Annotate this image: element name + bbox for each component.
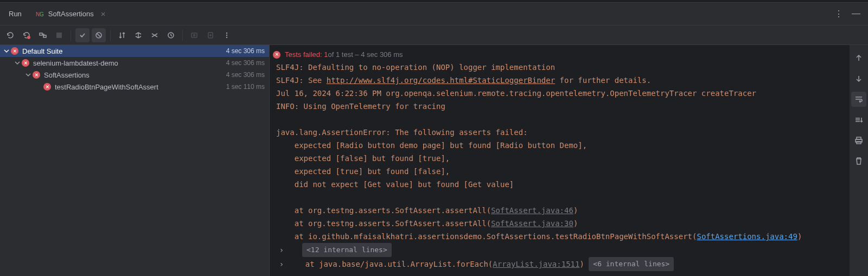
test-status-line: Tests failed: 1 of 1 test – 4 sec 306 ms	[270, 48, 844, 61]
stack-line: at io.github.mfaisalkhatri.assertionsdem…	[270, 230, 844, 243]
test-tree[interactable]: Default Suite 4 sec 306 ms selenium-lamb…	[0, 45, 270, 276]
clear-all-button[interactable]	[851, 153, 866, 169]
separator	[110, 30, 111, 41]
export-tests-button	[203, 28, 218, 42]
console-output[interactable]: Tests failed: 1 of 1 test – 4 sec 306 ms…	[270, 45, 850, 276]
close-icon[interactable]: ×	[101, 9, 106, 18]
console-blank	[270, 113, 844, 126]
tree-time: 4 sec 306 ms	[226, 47, 265, 55]
tree-class-row[interactable]: SoftAssertions 4 sec 306 ms	[0, 69, 269, 81]
tool-window-tab-bar: Run NG SoftAssertions × ⋮ —	[0, 3, 868, 25]
source-link[interactable]: SoftAssert.java:46	[491, 206, 573, 215]
run-toolbar	[0, 25, 868, 45]
show-passed-button[interactable]	[75, 28, 90, 42]
main-area: Default Suite 4 sec 306 ms selenium-lamb…	[0, 45, 868, 276]
console-line: did not expect [Get value] but found [Ge…	[270, 178, 844, 191]
svg-point-12	[226, 34, 227, 35]
tree-label: testRadioBtnPageWithSoftAssert	[55, 83, 226, 91]
stop-button	[52, 28, 66, 42]
chevron-right-icon[interactable]: ›	[276, 243, 287, 256]
tree-test-row[interactable]: testRadioBtnPageWithSoftAssert 1 sec 110…	[0, 81, 269, 93]
svg-point-11	[226, 32, 227, 33]
tree-time: 4 sec 306 ms	[226, 71, 265, 79]
console-line: expected [Radio button demo page] but fo…	[270, 139, 844, 152]
status-rest: of 1 test – 4 sec 306 ms	[328, 50, 403, 59]
fail-icon	[273, 51, 280, 59]
svg-text:G: G	[40, 11, 44, 17]
svg-rect-8	[192, 33, 197, 37]
console-line: java.lang.AssertionError: The following …	[270, 126, 844, 139]
show-ignored-button[interactable]	[92, 28, 106, 42]
more-options-button[interactable]	[220, 28, 234, 42]
soft-wrap-button[interactable]	[851, 92, 866, 107]
print-button[interactable]	[851, 133, 866, 148]
fold-line[interactable]: ›<12 internal lines>	[270, 243, 844, 257]
stack-line: at org.testng.asserts.SoftAssert.assertA…	[270, 204, 844, 217]
source-link[interactable]: ArrayList.java:1511	[493, 258, 579, 271]
chevron-down-icon[interactable]	[2, 47, 11, 55]
fail-icon	[11, 47, 18, 55]
chevron-down-icon[interactable]	[24, 70, 33, 79]
tree-time: 1 sec 110 ms	[226, 83, 265, 91]
tree-label: selenium-lambdatest-demo	[33, 59, 226, 67]
console-blank	[270, 191, 844, 204]
svg-rect-5	[56, 33, 62, 38]
minimize-icon[interactable]: —	[852, 9, 860, 19]
fail-icon	[43, 83, 51, 91]
run-label: Run	[0, 10, 30, 18]
import-tests-button	[187, 28, 201, 42]
tree-label: SoftAssertions	[44, 71, 226, 79]
separator	[71, 30, 71, 41]
collapse-all-button[interactable]	[148, 28, 162, 42]
stack-line: at org.testng.asserts.SoftAssert.assertA…	[270, 217, 844, 230]
console-gutter	[850, 45, 868, 276]
stack-line: › at java.base/java.util.ArrayList.forEa…	[270, 257, 844, 271]
tab-label: SoftAssertions	[48, 10, 94, 18]
test-history-button[interactable]	[164, 28, 178, 42]
fail-icon	[33, 71, 40, 79]
console-line: INFO: Using OpenTelemetry for tracing	[270, 100, 844, 113]
tab-actions: ⋮ —	[834, 9, 868, 19]
tree-module-row[interactable]: selenium-lambdatest-demo 4 sec 306 ms	[0, 57, 269, 69]
console-wrap: Tests failed: 1 of 1 test – 4 sec 306 ms…	[270, 45, 868, 276]
svg-rect-16	[857, 142, 861, 144]
tree-suite-row[interactable]: Default Suite 4 sec 306 ms	[0, 45, 269, 57]
tree-time: 4 sec 306 ms	[226, 59, 265, 67]
fold-badge[interactable]: <6 internal lines>	[589, 257, 674, 271]
rerun-failed-button[interactable]	[20, 28, 34, 42]
fold-badge[interactable]: <12 internal lines>	[302, 243, 392, 257]
svg-point-2	[27, 36, 30, 39]
sort-button[interactable]	[115, 28, 129, 42]
tab-softassertions[interactable]: NG SoftAssertions ×	[30, 3, 111, 25]
scroll-up-button[interactable]	[851, 50, 866, 66]
fail-count: Tests failed: 1	[285, 50, 328, 59]
rerun-button[interactable]	[3, 28, 17, 42]
more-icon[interactable]: ⋮	[834, 9, 843, 19]
svg-rect-3	[40, 33, 42, 35]
slf4j-link[interactable]: http://www.slf4j.org/codes.html#StaticLo…	[327, 76, 555, 85]
console-line: SLF4J: Defaulting to no-operation (NOP) …	[270, 61, 844, 74]
fail-icon	[22, 59, 29, 67]
source-link[interactable]: SoftAssert.java:30	[491, 219, 573, 228]
scroll-down-button[interactable]	[851, 71, 866, 86]
console-line: Jul 16, 2024 6:22:36 PM org.openqa.selen…	[270, 87, 844, 100]
testng-icon: NG	[36, 10, 44, 18]
svg-point-13	[226, 36, 227, 37]
separator	[182, 30, 183, 41]
scroll-to-end-button[interactable]	[851, 112, 866, 127]
chevron-right-icon[interactable]: ›	[276, 258, 287, 271]
expand-all-button[interactable]	[131, 28, 145, 42]
console-line: SLF4J: See http://www.slf4j.org/codes.ht…	[270, 74, 844, 87]
console-line: expected [true] but found [false],	[270, 165, 844, 178]
svg-point-9	[194, 34, 195, 36]
console-line: expected [false] but found [true],	[270, 152, 844, 165]
chevron-down-icon[interactable]	[13, 59, 22, 67]
tree-label: Default Suite	[22, 47, 226, 55]
source-link[interactable]: SoftAssertions.java:49	[697, 232, 797, 241]
toggle-autotest-button[interactable]	[36, 28, 50, 42]
